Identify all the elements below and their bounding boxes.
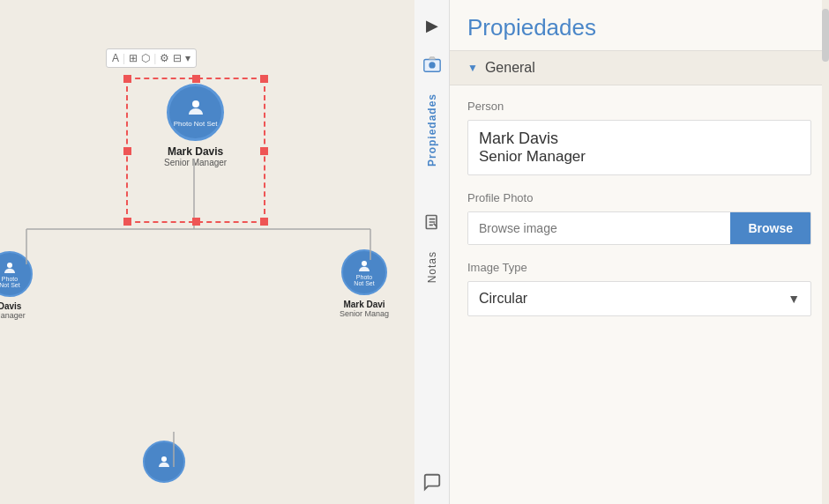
- toolbar-text-icon: A: [112, 52, 119, 64]
- notas-label-tab[interactable]: Notas: [426, 244, 438, 290]
- collapse-arrow-icon[interactable]: ▶: [426, 9, 438, 42]
- bottom-circle: [143, 441, 185, 483]
- properties-panel: Propiedades ▼ General Person Mark Davis …: [450, 0, 829, 504]
- right-photo-text2: Not Set: [354, 280, 374, 286]
- right-person-icon: [356, 258, 372, 274]
- handle-bl: [123, 218, 131, 226]
- chat-icon: [422, 472, 442, 492]
- toolbar-sep1: |: [123, 52, 125, 64]
- collapse-tab[interactable]: ▶: [426, 9, 438, 42]
- handle-tr: [260, 75, 268, 83]
- person-title-value: Senior Manager: [479, 148, 800, 166]
- photo-field-group: Profile Photo Browse: [467, 191, 811, 245]
- browse-image-input[interactable]: [468, 212, 730, 244]
- person-field-label: Person: [467, 100, 811, 113]
- person-field-box: Mark Davis Senior Manager: [467, 120, 811, 175]
- image-type-dropdown-arrow-icon: ▼: [788, 292, 800, 306]
- notes-icon: [423, 213, 441, 231]
- propiedades-tab-icon[interactable]: [419, 51, 445, 78]
- right-node-title: Senior Manag: [340, 309, 389, 318]
- side-tabs: ▶ Propiedades Notas: [414, 0, 450, 504]
- panel-content: ▼ General Person Mark Davis Senior Manag…: [450, 51, 829, 504]
- scrollbar-thumb[interactable]: [822, 9, 829, 62]
- bottom-person-icon: [156, 454, 172, 470]
- svg-point-7: [7, 263, 12, 268]
- image-type-dropdown[interactable]: Circular ▼: [467, 281, 811, 316]
- toolbar-shapes-icon: ⬡: [141, 52, 150, 64]
- canvas-toolbar: A | ⊞ ⬡ | ⚙ ⊟ ▾: [106, 48, 197, 68]
- selection-box: [126, 78, 265, 223]
- image-type-value: Circular: [479, 291, 527, 307]
- right-node-label: Mark Davi Senior Manag: [340, 300, 389, 318]
- browse-button[interactable]: Browse: [730, 212, 810, 244]
- right-photo-text: Photo: [356, 274, 372, 280]
- handle-br: [260, 218, 268, 226]
- left-node-name: Davis: [0, 301, 26, 311]
- toolbar-sep2: |: [153, 52, 156, 64]
- image-type-field-group: Image Type Circular ▼: [467, 261, 811, 316]
- general-section-body: Person Mark Davis Senior Manager Profile…: [450, 85, 829, 346]
- svg-point-11: [429, 62, 435, 68]
- section-collapse-icon: ▼: [467, 62, 478, 74]
- propiedades-label-tab[interactable]: Propiedades: [426, 86, 438, 174]
- canvas-area: A | ⊞ ⬡ | ⚙ ⊟ ▾ Photo Not Set Mark Davis…: [0, 0, 414, 504]
- photo-input-row: Browse: [467, 211, 811, 245]
- chat-tab-icon[interactable]: [419, 469, 445, 495]
- handle-bm: [192, 218, 200, 226]
- left-child-circle: Photo Not Set: [0, 251, 33, 297]
- left-node-label: Davis Manager: [0, 301, 26, 320]
- image-type-label: Image Type: [467, 261, 811, 274]
- left-photo-text2: Not Set: [0, 282, 20, 288]
- toolbar-shapes2-icon: ⊟: [173, 52, 182, 64]
- handle-mr: [260, 147, 268, 155]
- right-child-circle: Photo Not Set: [341, 249, 387, 295]
- general-section-title: General: [485, 60, 535, 76]
- svg-point-9: [161, 456, 167, 462]
- left-child-node[interactable]: Photo Not Set Davis Manager: [0, 251, 33, 320]
- notas-tab-icon[interactable]: [419, 209, 445, 235]
- left-person-icon: [2, 260, 18, 276]
- right-node-name: Mark Davi: [340, 300, 389, 309]
- camera-icon: [422, 55, 442, 74]
- toolbar-dropdown-icon: ▾: [185, 52, 190, 64]
- toolbar-gear-icon: ⚙: [160, 52, 169, 64]
- photo-field-label: Profile Photo: [467, 191, 811, 204]
- person-field-group: Person Mark Davis Senior Manager: [467, 100, 811, 175]
- handle-tm: [192, 75, 200, 83]
- right-child-node[interactable]: Photo Not Set Mark Davi Senior Manag: [340, 249, 389, 318]
- svg-point-8: [362, 261, 367, 266]
- handle-ml: [123, 147, 131, 155]
- person-name-value: Mark Davis: [479, 130, 800, 148]
- scrollbar-track: [822, 0, 829, 504]
- bottom-node[interactable]: [143, 441, 185, 483]
- general-section-header[interactable]: ▼ General: [450, 51, 829, 85]
- panel-title: Propiedades: [467, 14, 811, 41]
- notas-label: Notas: [426, 244, 438, 290]
- left-photo-text: Photo: [2, 276, 18, 282]
- left-node-title: Manager: [0, 311, 26, 320]
- handle-tl: [123, 75, 131, 83]
- toolbar-layout-icon: ⊞: [129, 52, 138, 64]
- propiedades-label: Propiedades: [426, 86, 438, 174]
- panel-header: Propiedades: [450, 0, 829, 51]
